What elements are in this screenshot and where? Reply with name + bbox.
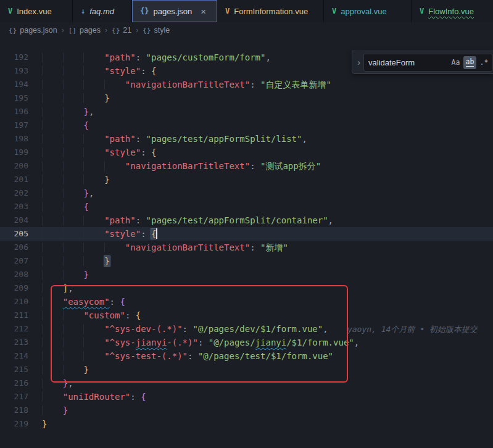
line-number[interactable]: 201 [0, 173, 42, 186]
code-line-213[interactable]: 213 "^sys-jianyi-(.*)": "@/pages/jianyi/… [0, 336, 493, 349]
tab-label: FormInformation.vue [234, 7, 308, 16]
code-line-194[interactable]: 194 "navigationBarTitleText": "自定义表单新增" [0, 78, 493, 91]
line-number[interactable]: 219 [0, 417, 42, 431]
line-number[interactable]: 203 [0, 200, 42, 214]
whole-word-glyph: ab [466, 58, 474, 67]
tab-label: approval.vue [341, 7, 386, 16]
line-content: }, [42, 376, 73, 390]
line-number[interactable]: 205 [0, 227, 42, 241]
line-number[interactable]: 199 [0, 146, 42, 159]
code-line-202[interactable]: 202 }, [0, 186, 493, 200]
line-number[interactable]: 207 [0, 254, 42, 268]
line-content: } [42, 268, 89, 281]
code-line-204[interactable]: 204 "path": "pages/test/appFormSplit/con… [0, 214, 493, 227]
code-line-216[interactable]: 216 }, [0, 376, 493, 390]
tab-approval-vue[interactable]: Vapproval.vue [324, 0, 412, 22]
line-number[interactable]: 204 [0, 214, 42, 227]
breadcrumb-label: pages.json [20, 26, 57, 35]
line-content: } [42, 91, 110, 105]
code-line-198[interactable]: 198 "path": "pages/test/appFormSplit/lis… [0, 132, 493, 146]
symbol-icon: {} [143, 27, 151, 35]
breadcrumb-item-pages-json[interactable]: {}pages.json [9, 26, 57, 35]
line-number[interactable]: 193 [0, 64, 42, 78]
toggle-replace-chevron-icon[interactable]: › [354, 57, 363, 67]
regex-toggle-icon[interactable]: .* [478, 56, 491, 69]
code-lines: 192 "path": "pages/customForm/form",193 … [0, 51, 493, 431]
breadcrumb-item-21[interactable]: {}21 [112, 26, 131, 35]
code-line-199[interactable]: 199 "style": { [0, 146, 493, 159]
line-number[interactable]: 196 [0, 105, 42, 118]
line-number[interactable]: 211 [0, 309, 42, 322]
code-line-212[interactable]: 212 "^sys-dev-(.*)": "@/pages/dev/$1/for… [0, 322, 493, 336]
line-number[interactable]: 214 [0, 349, 42, 363]
line-number[interactable]: 215 [0, 363, 42, 376]
code-line-200[interactable]: 200 "navigationBarTitleText": "测试app拆分" [0, 159, 493, 173]
close-tab-icon[interactable]: × [201, 7, 206, 16]
line-content: "^sys-test-(.*)": "@/pages/test/$1/form.… [42, 349, 333, 363]
tab-faq-md[interactable]: ↓faq.md [73, 0, 132, 22]
line-number[interactable]: 212 [0, 322, 42, 336]
line-number[interactable]: 198 [0, 132, 42, 146]
breadcrumb-item-style[interactable]: {}style [143, 26, 170, 35]
line-content: }, [42, 105, 94, 118]
code-line-195[interactable]: 195 } [0, 91, 493, 105]
tab-label: pages.json [153, 7, 192, 16]
code-line-206[interactable]: 206 "navigationBarTitleText": "新增" [0, 241, 493, 254]
code-line-196[interactable]: 196 }, [0, 105, 493, 118]
code-line-211[interactable]: 211 "custom": { [0, 309, 493, 322]
code-line-217[interactable]: 217 "uniIdRouter": { [0, 390, 493, 404]
tab-index-vue[interactable]: VIndex.vue [0, 0, 73, 22]
code-line-215[interactable]: 215 } [0, 363, 493, 376]
find-input[interactable]: Aaab.* [363, 54, 493, 72]
line-number[interactable]: 218 [0, 404, 42, 417]
vue-file-icon: V [8, 7, 12, 15]
code-line-208[interactable]: 208 } [0, 268, 493, 281]
line-content: }, [42, 186, 94, 200]
code-line-214[interactable]: 214 "^sys-test-(.*)": "@/pages/test/$1/f… [0, 349, 493, 363]
code-line-197[interactable]: 197 { [0, 118, 493, 132]
line-content: } [42, 173, 110, 186]
breadcrumb-label: 21 [123, 26, 131, 35]
code-line-209[interactable]: 209 ], [0, 281, 493, 295]
line-content: { [42, 118, 89, 132]
tab-bar: VIndex.vue↓faq.md{}pages.json×VFormInfor… [0, 0, 493, 22]
breadcrumb-item-pages[interactable]: []pages [68, 26, 101, 35]
editor[interactable]: 192 "path": "pages/customForm/form",193 … [0, 38, 493, 448]
code-line-218[interactable]: 218 } [0, 404, 493, 417]
find-query-input[interactable] [368, 58, 448, 67]
line-number[interactable]: 209 [0, 281, 42, 295]
line-number[interactable]: 197 [0, 118, 42, 132]
whole-word-toggle-icon[interactable]: ab [463, 56, 476, 69]
line-content: "path": "pages/customForm/form", [42, 51, 271, 64]
symbol-icon: {} [9, 27, 17, 35]
code-line-205[interactable]: 205 "style": { [0, 227, 493, 241]
line-content: { [42, 200, 89, 214]
line-number[interactable]: 195 [0, 91, 42, 105]
code-line-210[interactable]: 210 "easycom": { [0, 295, 493, 309]
line-content: "custom": { [42, 309, 141, 322]
line-number[interactable]: 194 [0, 78, 42, 91]
line-number[interactable]: 213 [0, 336, 42, 349]
find-toggles: Aaab.* [448, 56, 491, 69]
tab-pages-json[interactable]: {}pages.json× [132, 0, 217, 22]
code-line-201[interactable]: 201 } [0, 173, 493, 186]
match-case-toggle-icon[interactable]: Aa [449, 56, 462, 69]
tab-forminformation-vue[interactable]: VFormInformation.vue [217, 0, 324, 22]
line-number[interactable]: 208 [0, 268, 42, 281]
line-number[interactable]: 200 [0, 159, 42, 173]
code-line-219[interactable]: 219} [0, 417, 493, 431]
symbol-icon: [] [68, 27, 77, 35]
line-number[interactable]: 216 [0, 376, 42, 390]
code-line-207[interactable]: 207 } [0, 254, 493, 268]
line-number[interactable]: 206 [0, 241, 42, 254]
line-number[interactable]: 217 [0, 390, 42, 404]
line-content: "path": "pages/test/appFormSplit/contain… [42, 214, 333, 227]
line-number[interactable]: 210 [0, 295, 42, 309]
code-line-203[interactable]: 203 { [0, 200, 493, 214]
line-content: "navigationBarTitleText": "测试app拆分" [42, 159, 321, 173]
line-number[interactable]: 192 [0, 51, 42, 64]
line-content: "navigationBarTitleText": "新增" [42, 241, 288, 254]
tab-flowinfo-vue[interactable]: VFlowInfo.vue [412, 0, 493, 22]
line-content: } [42, 254, 110, 268]
line-number[interactable]: 202 [0, 186, 42, 200]
